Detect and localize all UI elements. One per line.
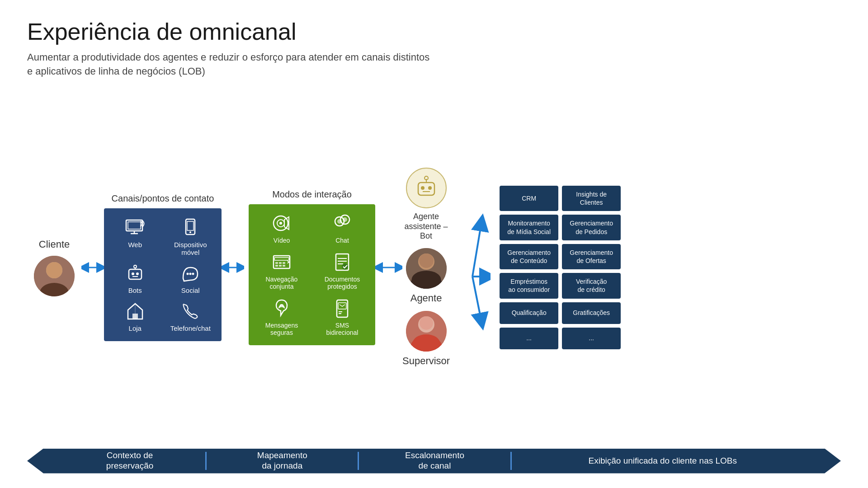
agentes-column: Agenteassistente –Bot Agente [402,168,450,367]
svg-point-64 [418,253,434,270]
modos-agentes-arrow [375,261,402,274]
svg-point-35 [337,219,342,224]
modo-documentos-label: Documentosprotegidos [325,276,360,290]
bottom-bar: Contexto depreservação Mapeamentoda jorn… [27,447,841,474]
lob-more-1: ... [500,328,558,349]
canal-loja: Loja [111,301,160,332]
svg-rect-8 [128,222,141,229]
agente-label: Agente [410,292,442,304]
modo-mensagens: Mensagensseguras [255,298,308,336]
bots-icon [125,263,145,283]
agente-main-row: Agente [406,248,447,304]
web-icon [125,217,145,237]
lob-row-4: Empréstimosao consumidor Verificaçãode c… [500,273,621,298]
modo-video: Vídeo [255,213,308,244]
supervisor-photo [406,311,447,352]
lob-midia: Monitoramentode Mídia Social [500,215,558,240]
svg-point-67 [418,316,434,333]
page-title: Experiência de omnicanal [27,18,841,45]
canal-loja-label: Loja [129,324,142,332]
bot-label: Agenteassistente –Bot [405,212,448,241]
svg-point-36 [343,217,347,222]
svg-point-21 [189,273,192,275]
modo-chat-label: Chat [335,237,349,244]
supervisor-label: Supervisor [402,355,450,367]
cliente-label: Cliente [39,239,70,250]
svg-point-68 [410,336,442,352]
canais-modos-arrow [222,261,244,274]
mensagens-icon [272,298,292,318]
svg-rect-40 [279,262,282,264]
lob-gratificacoes: Gratificações [562,302,621,324]
diagram-area: Cliente Canais/pontos de contato [27,97,841,438]
page-subtitle: Aumentar a produtividade dos agentes e r… [27,51,841,79]
navegacao-icon [272,252,292,272]
svg-rect-43 [279,265,282,267]
bottom-contexto: Contexto depreservação [54,450,205,471]
svg-rect-44 [283,265,285,267]
lob-more-2: ... [562,328,621,349]
modo-sms: SMSbidirecional [316,298,368,336]
modo-navegacao-label: Navegaçãoconjunta [266,276,298,290]
social-icon [180,263,200,283]
svg-point-31 [279,222,282,225]
agente-photo [406,248,447,289]
cliente-canais-arrow [81,261,104,274]
cliente-section: Cliente [27,239,81,296]
svg-point-15 [132,272,134,275]
modo-documentos: Documentosprotegidos [316,252,368,290]
lob-row-5: Qualificação Gratificações [500,302,621,324]
agente-bot-row: Agenteassistente –Bot [405,168,448,241]
dispositivo-icon [180,217,200,237]
svg-point-59 [428,186,432,190]
svg-point-58 [421,186,425,190]
lob-crm: CRM [500,186,558,211]
svg-line-74 [472,277,481,322]
lob-qualificacao: Qualificação [500,302,558,324]
canais-label: Canais/pontos de contato [112,193,214,204]
bottom-arrow-shape: Contexto depreservação Mapeamentoda jorn… [27,449,841,474]
svg-rect-41 [283,262,285,264]
loja-icon [125,301,145,321]
modos-label: Modos de interação [272,189,352,200]
canal-bots-label: Bots [128,286,142,294]
supervisor-row: Supervisor [402,311,450,367]
svg-point-3 [46,262,62,278]
lob-insights: Insights deClientes [562,186,621,211]
lob-emprestimos: Empréstimosao consumidor [500,273,558,298]
svg-point-65 [410,273,442,289]
bot-avatar [406,168,447,208]
modo-mensagens-label: Mensagensseguras [265,322,298,336]
svg-point-13 [189,231,191,233]
lob-verificacao: Verificaçãode crédito [562,273,621,298]
cliente-avatar-svg [34,256,75,296]
canal-telefone: Telefone/chat [166,301,215,332]
svg-point-19 [134,265,137,268]
canais-box: Web Dispositivomóvel [104,208,222,341]
lob-pedidos: Gerenciamentode Pedidos [562,215,621,240]
modo-navegacao: Navegaçãoconjunta [255,252,308,290]
svg-rect-12 [187,221,193,230]
canais-section: Canais/pontos de contato Web [104,193,222,341]
diagonal-arrows-svg [454,195,491,340]
telefone-icon [180,301,200,321]
svg-point-22 [192,273,194,275]
svg-line-72 [472,222,481,277]
canal-web-label: Web [128,241,142,249]
lob-row-2: Monitoramentode Mídia Social Gerenciamen… [500,215,621,240]
svg-point-16 [136,272,139,275]
canal-dispositivo-label: Dispositivomóvel [174,241,207,256]
sms-icon [332,298,352,318]
lob-row-3: Gerenciamentode Conteúdo Gerenciamentode… [500,244,621,269]
cliente-avatar [34,256,75,296]
svg-point-49 [342,263,348,270]
canal-web: Web [111,217,160,256]
svg-rect-42 [275,265,278,267]
modos-box: Vídeo Chat [249,204,375,345]
svg-rect-51 [338,303,346,309]
modo-chat: Chat [316,213,368,244]
lob-ofertas: Gerenciamentode Ofertas [562,244,621,269]
canal-dispositivo: Dispositivomóvel [166,217,215,256]
modo-video-label: Vídeo [274,237,290,244]
lob-conteudo: Gerenciamentode Conteúdo [500,244,558,269]
